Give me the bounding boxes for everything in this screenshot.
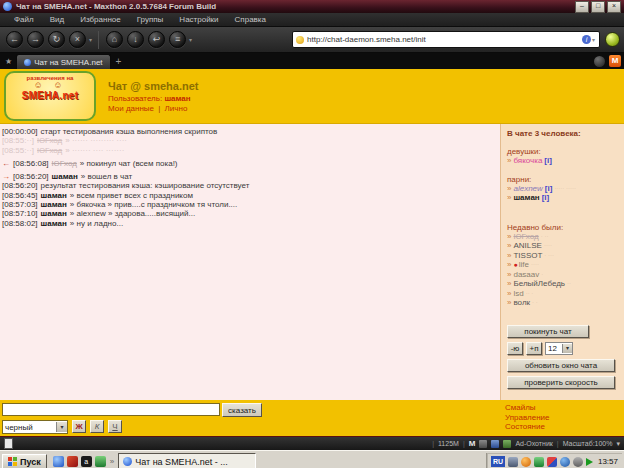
quicklaunch-media-icon[interactable] xyxy=(67,456,78,467)
tab-chat-smeha[interactable]: Чат на SMEHA.net xyxy=(16,54,110,69)
footer-link[interactable]: Смайлы xyxy=(505,403,549,413)
play-status-icon[interactable] xyxy=(586,458,593,466)
forward-button[interactable]: → xyxy=(27,31,44,48)
font-size-select[interactable]: 12 ▾ xyxy=(545,342,573,355)
toggle-girls-button[interactable]: -ю xyxy=(507,342,523,355)
document-icon[interactable] xyxy=(4,438,13,449)
language-indicator[interactable]: RU xyxy=(491,456,505,467)
chat-message: [08:55:··]ЮГход» ······· ···· ······· xyxy=(2,146,498,155)
bullet-icon: » xyxy=(507,251,511,260)
chevron-down-icon[interactable]: ▾ xyxy=(89,36,92,43)
refresh-chat-button[interactable]: обновить окно чата xyxy=(507,359,615,372)
undo-button[interactable]: ↩ xyxy=(148,31,165,48)
chat-message-input[interactable] xyxy=(2,403,220,416)
user-note: · · xyxy=(532,299,538,305)
tray-gray-icon[interactable] xyxy=(573,457,583,467)
tray-display-icon[interactable] xyxy=(508,457,518,467)
message-time: [08:57:03] xyxy=(2,200,38,209)
menu-item[interactable]: Группы xyxy=(129,15,172,24)
address-dropdown-icon[interactable]: ▾ xyxy=(592,36,595,43)
user-link[interactable]: БелыйЛебедь xyxy=(513,279,565,288)
user-note: · ·· xyxy=(541,233,549,239)
favorites-star-icon[interactable]: ★ xyxy=(5,57,12,66)
close-button[interactable]: × xyxy=(607,1,621,13)
private-link[interactable]: Лично xyxy=(165,104,188,113)
ad-hunter-label[interactable]: Ad-Охотник xyxy=(515,440,552,447)
maxthon-m-badge[interactable]: M xyxy=(609,55,621,67)
menu-bar: Файл Вид Избранное Группы Настройки Спра… xyxy=(0,13,624,27)
smeha-logo[interactable]: развлечения на ☺ ☺ SMEHA.net xyxy=(4,71,96,121)
quicklaunch-browser-icon[interactable] xyxy=(53,456,64,467)
tray-multicolor-icon[interactable] xyxy=(547,457,557,467)
globe-icon[interactable] xyxy=(503,440,511,448)
user-link[interactable]: шаман xyxy=(513,193,539,202)
user-link[interactable]: бякочка xyxy=(513,156,542,165)
chevron-down-icon[interactable]: ▾ xyxy=(616,440,620,448)
menu-item[interactable]: Файл xyxy=(6,15,42,24)
user-link[interactable]: dasaav xyxy=(513,270,539,279)
italic-button[interactable]: К xyxy=(90,420,104,433)
maxthon-mode-badge[interactable]: M xyxy=(469,439,476,448)
tray-orange-icon[interactable] xyxy=(521,457,531,467)
user-link[interactable]: волк xyxy=(513,298,530,307)
footer-link[interactable]: Управление xyxy=(505,413,549,423)
user-link[interactable]: alexnew xyxy=(513,184,542,193)
plugin-icon[interactable] xyxy=(594,56,605,67)
toggle-guys-button[interactable]: +п xyxy=(526,342,542,355)
quicklaunch-messenger-icon[interactable] xyxy=(95,456,106,467)
refresh-button[interactable]: ↻ xyxy=(48,31,65,48)
quicklaunch-editor-icon[interactable]: a xyxy=(81,456,92,467)
guys-label: парни: xyxy=(507,175,618,184)
page-title: Чат @ smeha.net xyxy=(108,80,198,92)
tray-blue-icon[interactable] xyxy=(560,457,570,467)
stop-button[interactable]: × xyxy=(69,31,86,48)
user-link[interactable]: ANILSE xyxy=(513,241,541,250)
start-button[interactable]: Пуск xyxy=(2,454,47,468)
zoom-level[interactable]: Масштаб:100% xyxy=(563,440,613,447)
restore-button[interactable]: □ xyxy=(591,1,605,13)
new-tab-button[interactable]: + xyxy=(116,56,122,67)
underline-button[interactable]: Ч xyxy=(108,420,122,433)
taskbar-window-button[interactable]: Чат на SMEHA.net - ... xyxy=(118,453,256,468)
tray-green-icon[interactable] xyxy=(534,457,544,467)
my-data-link[interactable]: Мои данные xyxy=(108,104,154,113)
toolbar-separator xyxy=(98,31,99,49)
tab-favicon xyxy=(24,59,31,66)
user-info-link[interactable]: [i] xyxy=(542,193,550,202)
menu-item[interactable]: Справка xyxy=(227,15,274,24)
download-button[interactable]: ↓ xyxy=(127,31,144,48)
proxy-icon[interactable] xyxy=(479,440,487,448)
chevron-down-icon[interactable]: ▾ xyxy=(562,344,572,353)
bullet-icon: » xyxy=(507,184,511,193)
user-note: ·· xyxy=(567,280,571,286)
address-input[interactable] xyxy=(307,35,582,44)
back-button[interactable]: ← xyxy=(6,31,23,48)
menu-item[interactable]: Избранное xyxy=(72,15,129,24)
chevron-down-icon[interactable]: ▾ xyxy=(56,422,67,432)
page-info-icon[interactable]: i xyxy=(582,35,591,44)
menu-item[interactable]: Настройки xyxy=(171,15,226,24)
minimize-button[interactable]: – xyxy=(575,1,589,13)
chevron-icon[interactable]: » xyxy=(110,457,114,466)
user-link[interactable]: lsd xyxy=(513,289,523,298)
user-info-link[interactable]: [i] xyxy=(545,184,553,193)
say-button[interactable]: сказать xyxy=(222,403,262,417)
leave-chat-button[interactable]: покинуть чат xyxy=(507,325,589,338)
folder-icon[interactable] xyxy=(491,440,499,448)
home-button[interactable]: ⌂ xyxy=(106,31,123,48)
user-info-link[interactable]: [i] xyxy=(544,156,552,165)
user-link[interactable]: life xyxy=(519,260,529,269)
taskbar-clock[interactable]: 13:57 xyxy=(598,457,618,466)
user-link[interactable]: TISSOT xyxy=(513,251,542,260)
check-speed-button[interactable]: проверить скорость xyxy=(507,376,615,389)
bold-button[interactable]: Ж xyxy=(72,420,86,433)
window-controls: – □ × xyxy=(575,1,621,13)
menu-item[interactable]: Вид xyxy=(42,15,72,24)
tools-button[interactable]: ≡ xyxy=(169,31,186,48)
go-button[interactable] xyxy=(605,32,620,47)
text-color-select[interactable]: черный ▾ xyxy=(2,420,68,434)
user-link[interactable]: ЮГход xyxy=(513,232,538,241)
footer-link[interactable]: Состояние xyxy=(505,422,549,432)
chevron-down-icon[interactable]: ▾ xyxy=(189,36,192,43)
maxthon-task-icon xyxy=(123,457,132,466)
